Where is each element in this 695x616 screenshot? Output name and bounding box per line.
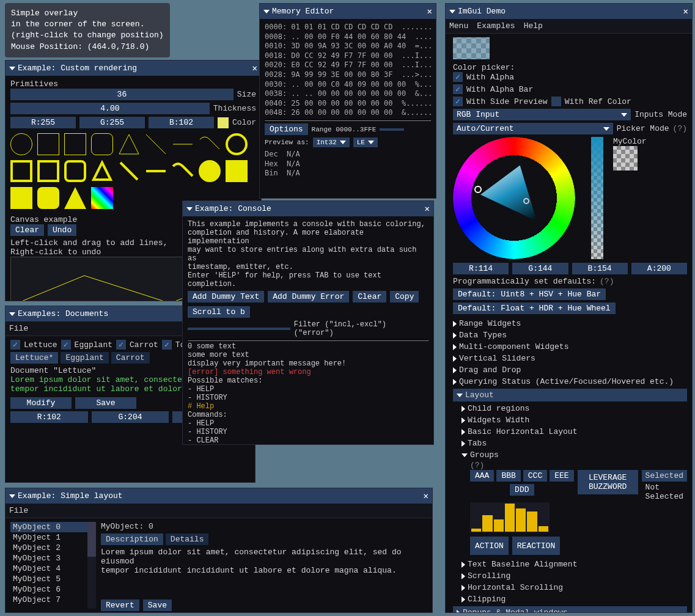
tree-node[interactable]: Drag and Drop [453,364,687,376]
tree-node[interactable]: Child regions [461,403,687,414]
revert-button[interactable]: Revert [101,600,139,611]
checkbox-tomato[interactable]: ✓ [162,340,172,350]
color-r[interactable]: R:255 [10,117,76,128]
doc-color-r[interactable]: R:102 [10,411,88,423]
console-window[interactable]: Example: Console ✕ This example implemen… [182,200,434,445]
leverage-button[interactable]: LEVERAGE BUZZWORD [578,470,638,494]
picker-g[interactable]: G:144 [512,263,568,274]
picker-b[interactable]: B:154 [572,263,628,274]
color-swatch[interactable] [218,117,229,128]
collapse-icon[interactable] [9,312,15,316]
titlebar[interactable]: Example: Simple layout ✕ [6,488,432,504]
cb-with-side-preview[interactable]: ✓ [453,97,463,106]
hex-row[interactable]: 0020: E0 CC 92 49 F7 7F 00 00 ...I.... [265,61,431,70]
mycolor-swatch[interactable] [613,146,638,170]
sv-cursor[interactable] [523,198,529,204]
groups-node[interactable]: Groups [453,449,687,461]
picker-mode-combo[interactable]: Auto/Current [453,123,613,134]
collapse-icon[interactable] [449,10,455,13]
clear-button[interactable]: Clear [353,291,386,302]
reaction-button[interactable]: REACTION [512,537,560,555]
menu-item[interactable]: Help [524,21,543,31]
list-item[interactable]: MyObject 7 [10,595,87,605]
checkbox-lettuce[interactable]: ✓ [10,340,20,350]
list-item[interactable]: MyObject 0 [10,522,87,532]
action-button[interactable]: ACTION [470,537,509,555]
modify-button[interactable]: Modify [10,397,72,409]
thickness-input[interactable]: 4.00 [10,103,210,114]
save-button[interactable]: Save [75,397,136,409]
preview-type-combo[interactable]: Int32 [313,138,350,147]
close-icon[interactable]: ✕ [427,6,432,16]
endian-combo[interactable]: LE [353,138,378,147]
menu-file[interactable]: File [9,324,28,333]
clear-button[interactable]: Clear [10,224,44,236]
list-item[interactable]: MyObject 6 [10,584,87,595]
hex-row[interactable]: 0018: D0 CC 92 49 F7 7F 00 00 ...I.... [265,51,431,61]
list-item[interactable]: MyObject 2 [10,543,87,553]
hex-row[interactable]: 0030: .. 00 00 C0 40 09 00 00 00 %...@..… [265,80,431,90]
inputs-mode-combo[interactable]: RGB Input [453,109,631,120]
checkbox-eggplant[interactable]: ✓ [61,340,71,350]
tree-node[interactable]: Scrolling [461,570,687,582]
hex-row[interactable]: 0028: 9A 99 99 3E 00 00 80 3F ...>...? [265,70,431,80]
checkbox-carrot[interactable]: ✓ [116,340,126,350]
filter-input[interactable] [188,328,290,330]
list-item[interactable]: MyObject 5 [10,574,87,584]
add-dummy-error-button[interactable]: Add Dummy Error [268,291,349,302]
color-b[interactable]: B:102 [149,117,214,128]
collapse-icon[interactable] [9,494,15,498]
ddd-button[interactable]: DDD [510,484,534,496]
size-input[interactable]: 36 [10,89,234,100]
tree-node[interactable]: Querying Status (Active/Focused/Hovered … [453,376,687,387]
scrollbar[interactable] [87,522,96,609]
tree-node[interactable]: Range Widgets [453,318,687,329]
tree-node[interactable]: Tabs [461,438,687,449]
hex-row[interactable]: 0008: .. 00 00 F0 44 00 60 80 44 ....D.`… [265,32,431,42]
range-input[interactable] [380,128,404,131]
aaa-button[interactable]: AAA [470,470,494,482]
menu-file[interactable]: File [9,506,28,515]
tree-node[interactable]: Data Types [453,329,687,341]
menu-item[interactable]: Examples [477,21,515,31]
tree-node[interactable]: Widgets Width [461,414,687,426]
hex-row[interactable]: 0000: 01 01 01 CD CD CD CD CD ........ [265,23,431,32]
layout-header[interactable]: Layout [453,389,687,402]
hue-cursor[interactable] [474,186,482,193]
tree-node[interactable]: Multi-component Widgets [453,341,687,353]
default1-button[interactable]: Default: Uint8 + HSV + Hue Bar [453,288,606,300]
collapse-icon[interactable] [186,207,193,211]
undo-button[interactable]: Undo [48,224,76,236]
add-dummy-text-button[interactable]: Add Dummy Text [188,291,264,302]
titlebar[interactable]: Memory Editor ✕ [260,4,436,19]
copy-button[interactable]: Copy [390,291,419,302]
close-icon[interactable]: ✕ [424,491,428,501]
doc-color-g[interactable]: G:204 [92,411,169,423]
tree-node[interactable]: Horizontal Scrolling [461,582,687,593]
hex-row[interactable]: 0048: 26 00 00 00 00 00 00 00 &....... [265,108,431,117]
list-item[interactable]: MyObject 1 [10,532,87,543]
list-item[interactable]: MyObject 3 [10,553,87,563]
scroll-bottom-button[interactable]: Scroll to b [188,306,250,318]
hex-row[interactable]: 0010: 3D 00 9A 93 3C 00 00 A0 40 =...<..… [265,42,431,51]
save-button[interactable]: Save [143,600,172,611]
color-preview-swatch[interactable] [453,37,490,59]
tree-node[interactable]: Basic Horizontal Layout [461,426,687,438]
selected-item[interactable]: Selected [642,470,687,482]
bbb-button[interactable]: BBB [496,470,520,482]
picker-r[interactable]: R:114 [453,263,509,274]
close-icon[interactable]: ✕ [683,6,688,16]
not-selected-item[interactable]: Not Selected [642,482,687,502]
memory-editor-window[interactable]: Memory Editor ✕ 0000: 01 01 01 CD CD CD … [259,3,436,199]
titlebar[interactable]: Example: Console ✕ [183,201,433,216]
hex-row[interactable]: 0038: .. .. 00 00 00 00 00 00 00 &......… [265,89,431,99]
cb-with-ref-color[interactable] [551,97,561,106]
list-item[interactable]: MyObject 4 [10,563,87,574]
tab-description[interactable]: Description [101,534,163,545]
picker-a[interactable]: A:200 [631,263,687,274]
color-wheel[interactable] [453,137,575,259]
default2-button[interactable]: Default: Float + HDR + Hue Wheel [453,302,616,314]
color-g[interactable]: G:255 [79,117,145,128]
tab-details[interactable]: Details [166,534,209,545]
tab-carrot[interactable]: Carrot [111,352,150,364]
